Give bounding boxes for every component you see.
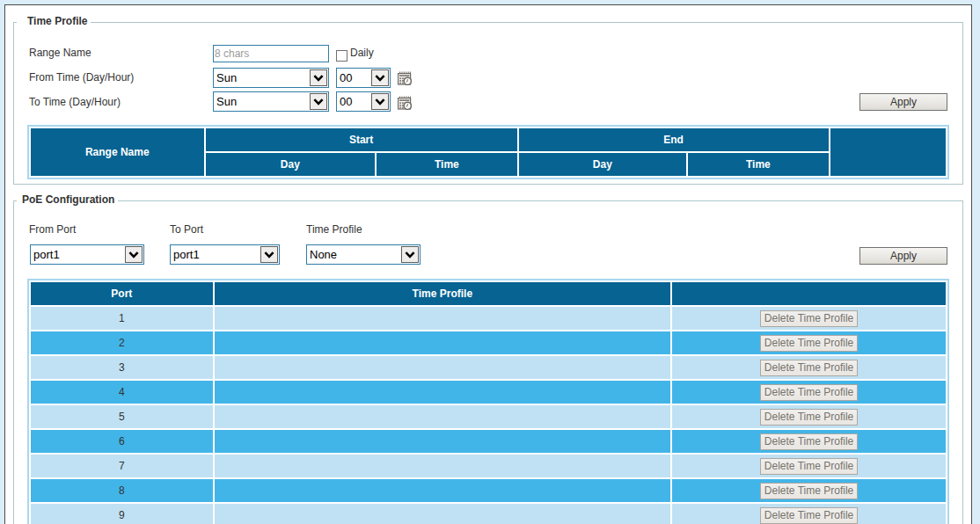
to-hour-select[interactable]: 00 xyxy=(336,91,391,112)
col-header-start: Start xyxy=(206,128,517,151)
content-panel: Time Profile Range Name Daily From Time … xyxy=(4,4,972,524)
delete-time-profile-button[interactable]: Delete Time Profile xyxy=(760,310,858,327)
col-header-end: End xyxy=(519,128,829,151)
time-profile-cell xyxy=(215,331,671,354)
port-cell: 8 xyxy=(31,479,213,502)
col-header-range-name: Range Name xyxy=(31,128,204,176)
chevron-down-icon xyxy=(405,251,415,258)
col-header-action xyxy=(830,128,946,176)
poe-table-row: 6Delete Time Profile xyxy=(31,430,946,453)
poe-configuration-legend: PoE Configuration xyxy=(17,193,118,207)
port-cell: 3 xyxy=(31,356,213,379)
from-day-select-value: Sun xyxy=(216,70,237,84)
time-profile-apply-button[interactable]: Apply xyxy=(859,93,947,111)
to-day-select[interactable]: Sun xyxy=(213,91,329,112)
delete-time-profile-button[interactable]: Delete Time Profile xyxy=(760,335,858,352)
to-time-label: To Time (Day/Hour) xyxy=(29,96,121,108)
time-profile-legend: Time Profile xyxy=(17,15,91,28)
from-time-label: From Time (Day/Hour) xyxy=(29,71,134,84)
port-cell: 9 xyxy=(31,504,213,524)
time-profile-cell xyxy=(215,430,671,453)
col-header-end-day: Day xyxy=(519,153,687,176)
port-cell: 6 xyxy=(31,430,213,453)
daily-label: Daily xyxy=(350,47,374,59)
port-cell: 7 xyxy=(31,455,213,477)
poe-table-row: 9Delete Time Profile xyxy=(31,504,946,524)
delete-time-profile-button[interactable]: Delete Time Profile xyxy=(760,483,858,499)
time-profile-cell xyxy=(215,307,671,330)
chevron-down-icon xyxy=(313,75,324,82)
time-profile-cell xyxy=(215,479,671,502)
poe-time-profile-select-value: None xyxy=(310,247,337,260)
col-header-start-day: Day xyxy=(206,153,376,176)
to-hour-select-value: 00 xyxy=(340,94,352,107)
calendar-clock-icon xyxy=(398,71,412,85)
poe-time-profile-select[interactable]: None xyxy=(306,244,421,265)
to-time-calendar-clock-icon[interactable] xyxy=(398,96,412,110)
calendar-clock-icon xyxy=(398,96,412,110)
range-name-input[interactable] xyxy=(213,45,329,62)
from-port-select-value: port1 xyxy=(33,247,60,260)
chevron-down-icon xyxy=(375,75,385,82)
time-profile-cell xyxy=(215,356,671,379)
port-cell: 4 xyxy=(31,381,213,404)
poe-configuration-fieldset: PoE Configuration From Port To Port Time… xyxy=(13,200,963,524)
action-cell: Delete Time Profile xyxy=(672,331,946,354)
from-port-label: From Port xyxy=(29,223,76,236)
from-hour-select-arrow[interactable] xyxy=(371,69,389,86)
chevron-down-icon xyxy=(264,251,274,258)
from-port-select[interactable]: port1 xyxy=(30,244,144,265)
col-header-port: Port xyxy=(31,282,213,305)
action-cell: Delete Time Profile xyxy=(672,405,946,428)
action-cell: Delete Time Profile xyxy=(672,356,946,379)
to-port-select[interactable]: port1 xyxy=(170,244,280,265)
delete-time-profile-button[interactable]: Delete Time Profile xyxy=(760,360,858,376)
from-day-select[interactable]: Sun xyxy=(213,68,329,88)
action-cell: Delete Time Profile xyxy=(672,307,946,330)
to-hour-select-arrow[interactable] xyxy=(371,93,389,110)
chevron-down-icon xyxy=(313,98,324,106)
poe-table-row: 4Delete Time Profile xyxy=(31,381,946,404)
action-cell: Delete Time Profile xyxy=(672,430,946,453)
delete-time-profile-button[interactable]: Delete Time Profile xyxy=(760,433,858,450)
from-day-select-arrow[interactable] xyxy=(310,69,327,86)
to-port-label: To Port xyxy=(170,223,203,236)
delete-time-profile-button[interactable]: Delete Time Profile xyxy=(760,458,858,475)
delete-time-profile-button[interactable]: Delete Time Profile xyxy=(760,507,858,524)
poe-time-profile-select-arrow[interactable] xyxy=(401,246,419,263)
time-profile-cell xyxy=(215,405,671,428)
poe-table-row: 3Delete Time Profile xyxy=(31,356,946,379)
chevron-down-icon xyxy=(375,98,385,106)
poe-table-row: 7Delete Time Profile xyxy=(31,455,946,477)
to-port-select-value: port1 xyxy=(173,247,200,260)
poe-table: Port Time Profile 1Delete Time Profile2D… xyxy=(27,279,949,524)
from-hour-select[interactable]: 00 xyxy=(336,68,391,88)
poe-time-profile-label: Time Profile xyxy=(306,223,362,236)
delete-time-profile-button[interactable]: Delete Time Profile xyxy=(760,384,858,401)
to-port-select-arrow[interactable] xyxy=(260,246,278,263)
chevron-down-icon xyxy=(128,251,139,258)
action-cell: Delete Time Profile xyxy=(672,381,946,404)
poe-apply-button[interactable]: Apply xyxy=(859,247,947,265)
from-hour-select-value: 00 xyxy=(340,70,352,84)
poe-table-row: 2Delete Time Profile xyxy=(31,331,946,354)
time-profile-fieldset: Time Profile Range Name Daily From Time … xyxy=(13,22,963,185)
poe-table-row: 8Delete Time Profile xyxy=(31,479,946,502)
action-cell: Delete Time Profile xyxy=(672,455,946,477)
to-day-select-value: Sun xyxy=(216,94,237,107)
port-cell: 2 xyxy=(31,331,213,354)
time-profile-table-grid: Range Name Start End Day Time Day Time xyxy=(29,127,947,178)
delete-time-profile-button[interactable]: Delete Time Profile xyxy=(760,409,858,426)
poe-table-row: 1Delete Time Profile xyxy=(31,307,946,330)
col-header-start-time: Time xyxy=(377,153,516,176)
from-port-select-arrow[interactable] xyxy=(125,246,143,263)
from-time-calendar-clock-icon[interactable] xyxy=(398,71,412,85)
port-cell: 5 xyxy=(31,405,213,428)
action-cell: Delete Time Profile xyxy=(672,479,946,502)
range-name-label: Range Name xyxy=(29,47,91,59)
to-day-select-arrow[interactable] xyxy=(310,93,327,110)
time-profile-table: Range Name Start End Day Time Day Time xyxy=(27,125,949,179)
poe-table-grid: Port Time Profile 1Delete Time Profile2D… xyxy=(29,280,947,524)
daily-checkbox[interactable] xyxy=(336,50,347,62)
col-header-time-profile: Time Profile xyxy=(215,282,671,305)
